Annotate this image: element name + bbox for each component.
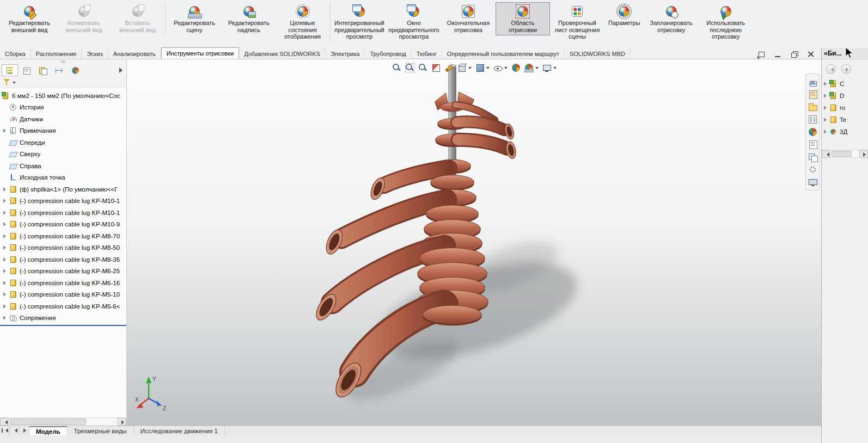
view-tool-button[interactable] [510,62,522,73]
expander-icon[interactable] [2,244,9,251]
filter-funnel-icon[interactable] [3,78,11,86]
ribbon-button[interactable]: Проверочный лист освещения сцены [550,2,604,42]
ribbon-button[interactable]: Копировать внешний вид [57,2,111,35]
ribbon-button[interactable]: Запланировать отрисовку [644,2,699,35]
ribbon-button[interactable]: Вставить внешний вид [111,2,166,35]
panel-item[interactable]: C [822,78,868,90]
scroll-right-icon[interactable] [859,150,868,158]
file-explorer-icon[interactable] [808,102,818,112]
tree-item[interactable]: Сопряжения [0,312,126,324]
scroll-left-icon[interactable] [822,150,830,158]
scroll-right-icon[interactable] [118,418,126,426]
view-tool-button[interactable] [523,62,540,73]
expander-icon[interactable] [2,186,9,193]
panel-splitter-handle[interactable] [60,60,66,63]
tree-item[interactable]: Исходная точка [0,172,126,184]
view-palette-icon[interactable] [808,114,818,125]
ribbon-button[interactable]: Параметры [604,2,644,29]
scroll-left-icon[interactable] [0,418,9,426]
view-tool-button[interactable] [456,62,473,73]
ribbon-button[interactable]: Целевые состояния отображения [276,2,331,42]
tree-item[interactable]: Спереди [0,137,126,149]
commandmanager-tab[interactable]: Эскиз [82,48,108,59]
document-tab[interactable]: Модель [29,426,68,435]
view-tool-button[interactable] [492,62,509,73]
expander-icon[interactable] [2,127,9,134]
manager-tab[interactable] [18,64,34,76]
view-tool-button[interactable] [474,62,491,73]
screen-icon[interactable] [808,177,818,187]
document-tab[interactable]: Исследование движения 1 [134,426,225,435]
graphics-area[interactable]: Y X Z [127,59,821,426]
expander-icon[interactable] [2,303,9,310]
expander-icon[interactable] [822,93,829,100]
manager-tab[interactable] [2,64,18,76]
tab-scroll-right-icon[interactable] [20,426,29,435]
tree-item[interactable]: (-) compression cable lug KP-M6-25 [0,266,126,278]
commandmanager-tab[interactable]: Анализировать [108,48,161,59]
view-tool-button[interactable] [417,62,429,73]
expander-icon[interactable] [2,291,9,298]
expander-icon[interactable] [2,115,9,123]
manager-tab[interactable] [34,64,51,76]
expander-icon[interactable] [2,174,9,181]
filter-dropdown-caret-icon[interactable] [13,82,16,85]
ribbon-button[interactable]: Использовать последнюю отрисовку [699,2,753,42]
close-window-icon[interactable] [805,50,817,59]
panel-expand-chevron-icon[interactable] [117,66,125,74]
ribbon-button[interactable]: Редактировать внешний вид [2,2,57,35]
tree-item[interactable]: (-) compression cable lug KP-M5-6< [0,300,126,312]
tree-item[interactable]: Сверху [0,149,126,161]
view-tool-button[interactable] [430,62,442,73]
scrollbar-thumb[interactable] [10,419,86,425]
ribbon-button[interactable]: Окончательная отрисовка [441,2,496,35]
commandmanager-tab[interactable]: Трубопровод [365,48,411,59]
tree-item[interactable]: (-) compression cable lug KP-M10-1 [0,207,126,219]
document-tab[interactable]: Трехмерные виды [68,426,134,435]
tree-item[interactable]: (-) compression cable lug KP-M6-16 [0,277,126,289]
tree-item[interactable]: История [0,102,126,114]
tree-horizontal-scrollbar[interactable] [0,417,126,426]
ribbon-button[interactable]: Окно предварительного просмотра [387,2,441,42]
commandmanager-tab[interactable]: Сборка [0,48,31,59]
expander-icon[interactable] [822,128,829,136]
expander-icon[interactable] [822,116,829,124]
expander-icon[interactable] [2,162,9,170]
commandmanager-tab[interactable]: Инструменты отрисовки [161,47,239,59]
expander-icon[interactable] [2,209,9,217]
tab-scroll-start-icon[interactable] [0,426,10,435]
design-library-icon[interactable] [808,89,818,100]
tree-item[interactable]: Справа [0,160,126,172]
expander-icon[interactable] [2,197,9,205]
settings-gear-icon[interactable] [808,164,818,175]
manager-tab[interactable] [51,64,67,76]
manager-tab[interactable] [67,64,83,76]
panel-item[interactable]: D [822,90,868,102]
commandmanager-tab[interactable]: Определенный пользователем маршрут [442,48,565,59]
view-tool-button[interactable] [390,62,403,73]
ribbon-button[interactable]: Область отрисовки [496,2,550,35]
view-tool-button[interactable] [443,62,455,73]
commandmanager-tab[interactable]: Электрика [326,48,365,59]
expander-icon[interactable] [2,220,9,228]
scrollbar-thumb[interactable] [832,151,852,157]
tree-item[interactable]: 6 мм2 - 150 мм2 (По умолчанию<Сос [0,90,126,102]
tree-item[interactable]: (-) compression cable lug KP-M8-35 [0,254,126,266]
expander-icon[interactable] [2,232,9,240]
expander-icon[interactable] [2,267,9,275]
view-tool-button[interactable] [541,62,558,73]
expander-icon[interactable] [822,104,829,112]
expander-icon[interactable] [2,314,9,322]
expander-icon[interactable] [2,139,9,146]
tree-item[interactable]: (ф) shpilka<1> (По умолчанию<<Г [0,183,126,195]
ribbon-button[interactable]: Интегрированный предварительный просмотр [332,2,387,42]
ribbon-button[interactable]: Редактировать сцену [167,2,222,35]
tree-item[interactable]: (-) compression cable lug KP-M10-1 [0,195,126,207]
expander-icon[interactable] [822,81,829,88]
view-tool-button[interactable] [404,62,416,73]
expander-icon[interactable] [2,103,9,111]
tree-item[interactable]: Примечания [0,125,126,137]
nav-back-icon[interactable] [826,64,836,74]
panel-item[interactable]: ro [822,102,868,114]
nav-forward-icon[interactable] [841,64,851,74]
